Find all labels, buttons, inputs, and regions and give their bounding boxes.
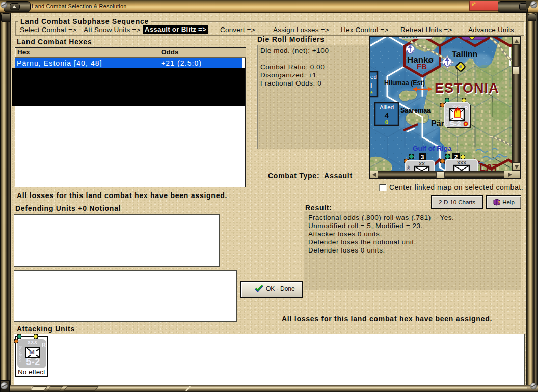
svg-text:ed: ed <box>370 74 377 80</box>
svg-text:Hiiumaa (Est): Hiiumaa (Est) <box>384 79 425 87</box>
svg-text:Saaremaa: Saaremaa <box>400 107 431 114</box>
svg-text:l: l <box>370 82 372 90</box>
svg-text:Allied: Allied <box>380 104 394 110</box>
svg-text:4: 4 <box>385 111 389 120</box>
svg-text:*: * <box>370 90 373 97</box>
svg-text:Gulf of Riga: Gulf of Riga <box>413 145 452 152</box>
svg-text:FB: FB <box>417 62 427 71</box>
svg-text:Pär: Pär <box>431 119 444 128</box>
svg-text:XX: XX <box>419 161 425 166</box>
svg-text:Uusim: Uusim <box>401 37 417 39</box>
svg-text:Tallinn: Tallinn <box>452 50 477 59</box>
svg-text:XXX: XXX <box>457 160 466 165</box>
svg-text:ESTONIA: ESTONIA <box>435 80 499 96</box>
svg-text:R: R <box>464 105 468 111</box>
svg-text:5-2: 5-2 <box>450 119 461 128</box>
svg-text:Königsberg: Königsberg <box>445 108 449 125</box>
svg-text:LAT: LAT <box>479 162 498 171</box>
svg-text:3: 3 <box>421 154 424 161</box>
svg-text:1 Div: 1 Div <box>407 165 410 171</box>
svg-text:0: 0 <box>385 119 388 125</box>
svg-text:?: ? <box>498 200 500 205</box>
